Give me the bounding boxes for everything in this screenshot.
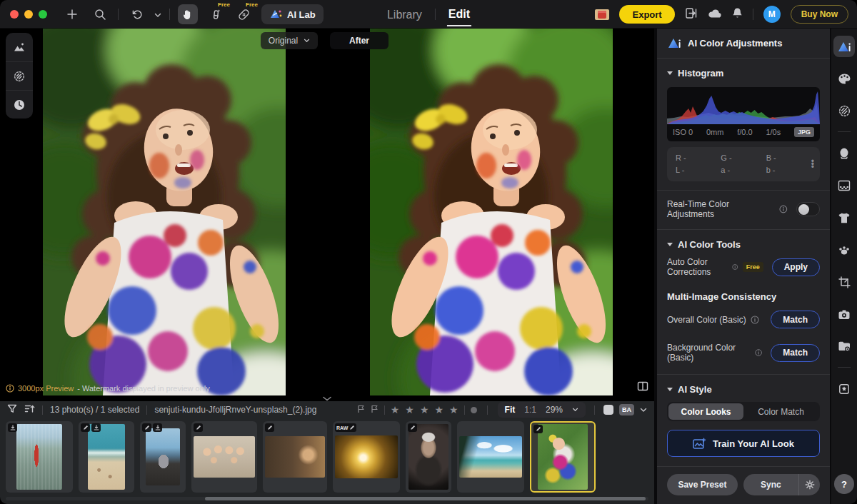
cloud-sync-button[interactable]	[708, 8, 722, 21]
wardrobe-tool[interactable]	[833, 207, 855, 228]
thumbnail-tropical-beach[interactable]	[457, 421, 524, 493]
browse-edits-tool[interactable]	[833, 336, 855, 357]
compare-split-toggle[interactable]	[637, 381, 648, 394]
ai-style-section-toggle[interactable]: AI Style	[667, 384, 820, 395]
clone-tool-button[interactable]: Free	[234, 4, 254, 24]
edit-canvas[interactable]: Original After 3000px Preview - Watermar…	[0, 29, 654, 401]
close-window-button[interactable]	[10, 10, 19, 19]
thumbnail-image	[16, 424, 62, 490]
buy-now-button[interactable]: Buy Now	[791, 5, 848, 24]
undo-history-dropdown[interactable]	[154, 8, 161, 21]
ai-color-tools-section-toggle[interactable]: AI Color Tools	[667, 239, 820, 250]
filmstrip-scrollbar-thumb[interactable]	[205, 497, 646, 500]
flag-icon	[357, 405, 365, 413]
sync-split-button: Sync	[743, 474, 820, 495]
thumbnail-gold-burst[interactable]: RAW	[333, 421, 400, 493]
canvas-tool[interactable]	[833, 175, 855, 196]
user-avatar[interactable]: M	[763, 6, 781, 23]
edits-panel-button[interactable]	[6, 61, 33, 90]
save-preset-button[interactable]: Save Preset	[667, 474, 738, 495]
sync-settings-button[interactable]	[798, 474, 820, 495]
thumbnail-girl-selected[interactable]	[530, 421, 596, 493]
chevron-down-icon[interactable]	[640, 408, 647, 413]
apply-button[interactable]: Apply	[772, 258, 820, 276]
sync-button[interactable]: Sync	[743, 474, 798, 495]
search-button[interactable]	[90, 4, 110, 24]
sort-button[interactable]	[24, 403, 35, 416]
history-panel-button[interactable]	[6, 90, 33, 119]
share-button[interactable]	[685, 7, 698, 22]
thumbnail-tokyo[interactable]	[6, 421, 73, 493]
multi-image-heading: Multi-Image Consistency	[657, 284, 830, 303]
filmstrip-scrollbar-track[interactable]	[6, 497, 648, 500]
camera-profile-tool[interactable]	[833, 303, 855, 325]
flag-reject-button[interactable]	[371, 403, 379, 416]
color-label-button[interactable]	[471, 407, 477, 413]
filmstrip-collapse-handle[interactable]	[317, 395, 337, 401]
undo-button[interactable]	[126, 4, 146, 24]
crop-icon	[838, 276, 851, 288]
edited-badge	[533, 425, 543, 433]
star-rating-1[interactable]: ★	[391, 405, 400, 415]
catalog-panel-button[interactable]	[6, 33, 33, 61]
green-value: G -	[721, 152, 766, 164]
one-to-one-button[interactable]: 1:1	[524, 405, 536, 415]
color-tool[interactable]	[833, 68, 855, 89]
star-rating-3[interactable]: ★	[420, 405, 429, 415]
ai-lab-label: AI Lab	[287, 9, 316, 20]
undo-icon	[131, 9, 143, 21]
info-icon	[6, 384, 14, 393]
erase-tool-icon	[211, 9, 221, 21]
match-overall-button[interactable]: Match	[771, 311, 820, 328]
develop-tool[interactable]	[833, 100, 855, 121]
match-background-button[interactable]: Match	[771, 344, 820, 362]
filter-button[interactable]	[7, 403, 17, 416]
export-button[interactable]: Export	[619, 5, 674, 24]
portrait-tool[interactable]	[833, 143, 855, 164]
fit-button[interactable]: Fit	[505, 405, 516, 415]
top-toolbar: Free Free AI Lab Library Edit Export	[0, 0, 857, 29]
thumbnail-seal[interactable]	[140, 421, 186, 493]
star-rating-4[interactable]: ★	[434, 405, 443, 415]
hand-tool-button[interactable]	[178, 4, 198, 24]
background-color-swatch[interactable]	[603, 405, 613, 415]
star-rating-5[interactable]: ★	[449, 405, 458, 415]
thumbnail-vintage-room[interactable]	[263, 421, 327, 493]
tab-color-looks[interactable]: Color Looks	[668, 403, 743, 420]
ai-lab-button[interactable]: AI Lab	[261, 4, 324, 24]
zoom-percent-dropdown[interactable]: 29%	[546, 405, 563, 415]
tab-color-match[interactable]: Color Match	[743, 403, 818, 420]
train-ai-look-button[interactable]: Train Your AI Look	[667, 430, 820, 457]
color-values-box: R - G - B - L - a - b - •••	[667, 147, 820, 181]
tab-edit[interactable]: Edit	[447, 2, 471, 26]
pet-tool[interactable]	[833, 239, 855, 261]
composition-tool[interactable]	[833, 271, 855, 293]
format-badge: JPG	[794, 127, 814, 137]
raw-edited-badge: RAW	[335, 423, 356, 432]
chevron-down-icon[interactable]	[572, 408, 578, 412]
more-options-icon[interactable]: •••	[811, 160, 814, 168]
gear-icon	[805, 480, 815, 490]
help-button[interactable]: ?	[834, 474, 854, 494]
histogram-section-toggle[interactable]: Histogram	[667, 68, 820, 79]
realtime-toggle[interactable]	[796, 202, 820, 216]
gift-offer-icon[interactable]	[595, 9, 609, 20]
before-after-button[interactable]: BA	[619, 404, 634, 415]
favorites-tool[interactable]	[833, 378, 855, 400]
star-rating-2[interactable]: ★	[405, 405, 414, 415]
flag-pick-button[interactable]	[357, 403, 365, 416]
tab-library[interactable]: Library	[386, 3, 424, 26]
add-photos-button[interactable]	[62, 4, 82, 24]
original-view-dropdown[interactable]: Original	[261, 32, 318, 49]
split-view-icon	[637, 381, 648, 391]
erase-tool-button[interactable]: Free	[206, 4, 226, 24]
ai-lab-logo-icon	[269, 9, 282, 20]
notifications-button[interactable]	[732, 7, 743, 22]
minimize-window-button[interactable]	[24, 10, 33, 19]
thumbnail-beach-crowd[interactable]	[79, 421, 134, 493]
ai-color-adjustments-tool[interactable]	[833, 36, 855, 57]
cloud-icon	[708, 8, 722, 19]
zoom-window-button[interactable]	[39, 10, 47, 19]
thumbnail-elderly-man[interactable]	[406, 421, 451, 493]
thumbnail-family[interactable]	[191, 421, 257, 493]
